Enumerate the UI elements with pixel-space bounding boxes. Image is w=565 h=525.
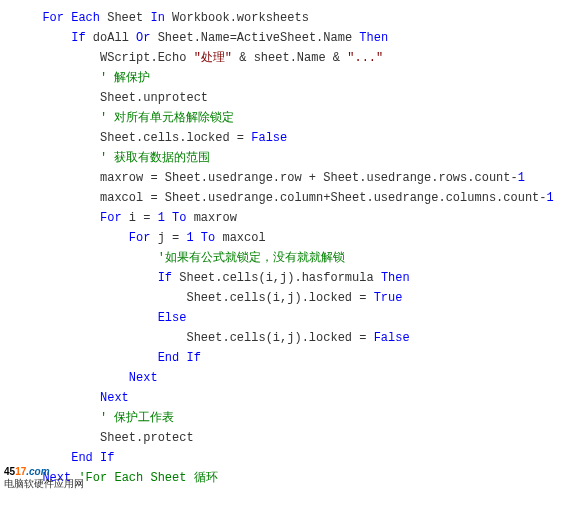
code-line: maxcol = Sheet.usedrange.column+Sheet.us… bbox=[28, 188, 565, 208]
code-line: Sheet.protect bbox=[28, 428, 565, 448]
code-line: ' 对所有单元格解除锁定 bbox=[28, 108, 565, 128]
code-line: Sheet.cells(i,j).locked = False bbox=[28, 328, 565, 348]
code-line: For i = 1 To maxrow bbox=[28, 208, 565, 228]
code-line: ' 解保护 bbox=[28, 68, 565, 88]
code-line: Next bbox=[28, 368, 565, 388]
code-line: If Sheet.cells(i,j).hasformula Then bbox=[28, 268, 565, 288]
code-line: WScript.Echo "处理" & sheet.Name & "..." bbox=[28, 48, 565, 68]
code-line: Sheet.cells.locked = False bbox=[28, 128, 565, 148]
code-line: Next 'For Each Sheet 循环 bbox=[28, 468, 565, 488]
code-line: For j = 1 To maxcol bbox=[28, 228, 565, 248]
code-line: '如果有公式就锁定，没有就就解锁 bbox=[28, 248, 565, 268]
code-line: Next bbox=[28, 388, 565, 408]
code-line: ' 保护工作表 bbox=[28, 408, 565, 428]
code-line: Sheet.unprotect bbox=[28, 88, 565, 108]
code-line: For Each Sheet In Workbook.worksheets bbox=[28, 8, 565, 28]
code-line: End If bbox=[28, 348, 565, 368]
code-line: If doAll Or Sheet.Name=ActiveSheet.Name … bbox=[28, 28, 565, 48]
code-line: Else bbox=[28, 308, 565, 328]
code-line: Sheet.cells(i,j).locked = True bbox=[28, 288, 565, 308]
code-line: End If bbox=[28, 448, 565, 468]
code-line: maxrow = Sheet.usedrange.row + Sheet.use… bbox=[28, 168, 565, 188]
code-line: ' 获取有数据的范围 bbox=[28, 148, 565, 168]
